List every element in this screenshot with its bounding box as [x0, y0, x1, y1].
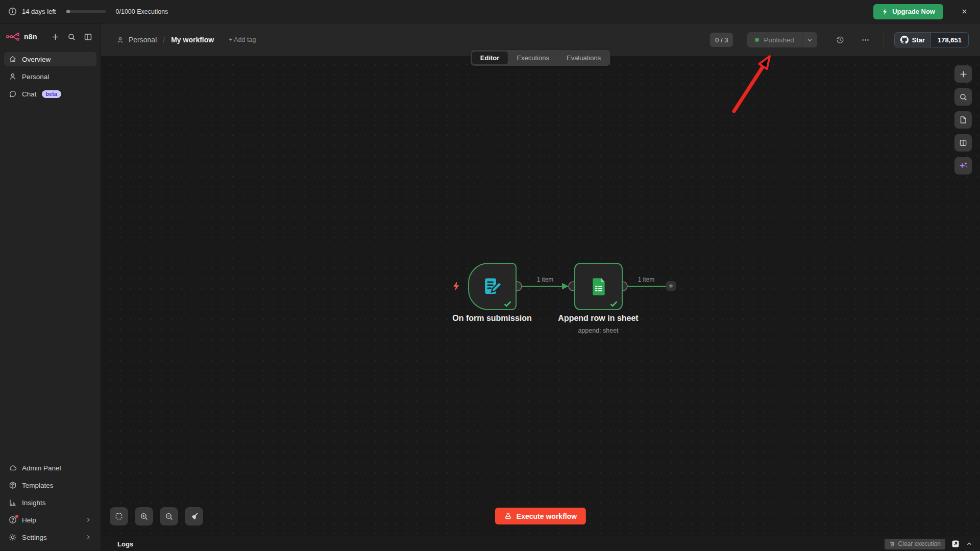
add-node-panel-button[interactable]: [954, 65, 972, 83]
add-node-button[interactable]: [666, 281, 676, 291]
open-in-window-icon[interactable]: [951, 540, 960, 548]
zoom-out-icon[interactable]: [160, 507, 178, 525]
trial-banner: 14 days left 0/1000 Executions Upgrade N…: [0, 0, 980, 23]
execute-workflow-button[interactable]: Execute workflow: [495, 508, 586, 524]
logs-panel-header[interactable]: Logs Clear execution: [101, 537, 980, 550]
user-icon: [9, 72, 17, 81]
tab-executions[interactable]: Executions: [508, 52, 557, 64]
upgrade-now-button[interactable]: Upgrade Now: [873, 4, 943, 19]
collapse-sidebar-icon[interactable]: [81, 30, 94, 43]
sidebar-item-overview[interactable]: Overview: [4, 52, 96, 66]
success-check-icon: [503, 299, 512, 308]
form-icon: [482, 276, 503, 297]
published-button[interactable]: Published: [747, 32, 801, 47]
expand-logs-chevron-up-icon[interactable]: [966, 540, 973, 547]
header-divider: [884, 33, 884, 47]
chevron-right-icon: [85, 516, 92, 523]
help-icon: [9, 516, 17, 524]
chart-icon: [9, 498, 17, 507]
sidebar-item-help[interactable]: Help: [4, 513, 96, 527]
close-icon[interactable]: [957, 4, 972, 19]
search-icon[interactable]: [954, 88, 972, 106]
breadcrumb: Personal / My workflow + Add tag: [116, 36, 256, 44]
workflow-canvas[interactable]: 1 item 1 item On form submission Append …: [101, 56, 980, 537]
bolt-icon: [881, 8, 889, 15]
node-on-form-submission[interactable]: [468, 263, 517, 310]
sidebar-item-templates[interactable]: Templates: [4, 478, 96, 492]
search-icon[interactable]: [65, 30, 78, 43]
more-options-icon[interactable]: [858, 32, 873, 47]
cloud-icon: [9, 464, 17, 472]
sidebar-footer: Admin Panel Templates Insights: [0, 461, 101, 550]
trial-days-left: 14 days left: [22, 8, 56, 15]
workflow-limit-badge: 0 / 3: [710, 33, 733, 47]
executions-progress-bar: [66, 10, 106, 13]
sidebar-item-personal[interactable]: Personal: [4, 69, 96, 84]
node-subtitle: append: sheet: [578, 327, 618, 334]
view-tabs: Editor Executions Evaluations: [471, 50, 610, 66]
github-icon: [900, 36, 909, 44]
zoom-in-icon[interactable]: [135, 507, 153, 525]
logs-panel-icon[interactable]: [954, 134, 972, 152]
breadcrumb-separator: /: [163, 36, 165, 44]
tab-editor[interactable]: Editor: [472, 52, 508, 64]
success-check-icon: [609, 299, 618, 308]
logo-text: n8n: [24, 33, 37, 41]
breadcrumb-project[interactable]: Personal: [129, 36, 157, 44]
publish-dropdown-button[interactable]: [802, 32, 817, 47]
connection-items-label: 1 item: [537, 276, 554, 283]
package-icon: [9, 481, 17, 489]
add-workflow-button[interactable]: [48, 30, 62, 43]
sheets-icon: [589, 277, 609, 297]
workflow-name[interactable]: My workflow: [171, 36, 214, 44]
n8n-logo: [6, 33, 20, 41]
node-title: Append row in sheet: [558, 314, 638, 323]
github-star-label: Star: [912, 36, 925, 44]
connection-wires: [101, 56, 980, 537]
chevron-down-icon: [806, 37, 813, 43]
info-icon: [8, 7, 17, 16]
node-append-row-in-sheet[interactable]: [574, 263, 623, 310]
connection-items-label: 1 item: [638, 276, 655, 283]
flask-icon: [504, 512, 512, 520]
node-title: On form submission: [452, 314, 532, 323]
home-icon: [9, 55, 17, 63]
sidebar-item-insights[interactable]: Insights: [4, 495, 96, 510]
add-tag-button[interactable]: + Add tag: [229, 36, 256, 43]
trash-icon: [889, 541, 895, 547]
github-star-widget[interactable]: Star 178,651: [894, 32, 969, 47]
logs-title: Logs: [117, 540, 133, 548]
sidebar-item-admin-panel[interactable]: Admin Panel: [4, 461, 96, 475]
trigger-bolt-icon: [451, 281, 462, 291]
published-status-dot: [755, 38, 759, 42]
canvas-zoom-controls: [110, 507, 203, 525]
chat-icon: [9, 90, 17, 98]
clear-execution-button[interactable]: Clear execution: [885, 539, 945, 549]
fit-view-icon[interactable]: [110, 507, 128, 525]
chevron-right-icon: [85, 534, 92, 541]
user-icon: [116, 36, 124, 44]
gear-icon: [9, 533, 17, 541]
sticky-note-icon[interactable]: [954, 111, 972, 129]
tidy-up-broom-icon[interactable]: [185, 507, 203, 525]
sidebar: n8n Overview: [0, 23, 101, 550]
executions-quota: 0/1000 Executions: [116, 8, 168, 15]
sidebar-item-chat[interactable]: Chat beta: [4, 87, 96, 101]
sidebar-nav: Overview Personal Chat beta: [0, 50, 101, 101]
history-icon[interactable]: [832, 32, 848, 47]
beta-badge: beta: [42, 90, 61, 98]
publish-button-group: Published: [747, 32, 817, 47]
canvas-right-toolbar: [954, 65, 972, 174]
ai-assistant-sparkles-icon[interactable]: [954, 157, 972, 174]
n8n-app: 14 days left 0/1000 Executions Upgrade N…: [0, 0, 980, 551]
github-star-count: 178,651: [931, 32, 969, 47]
tab-evaluations[interactable]: Evaluations: [558, 52, 609, 64]
sidebar-item-settings[interactable]: Settings: [4, 530, 96, 544]
